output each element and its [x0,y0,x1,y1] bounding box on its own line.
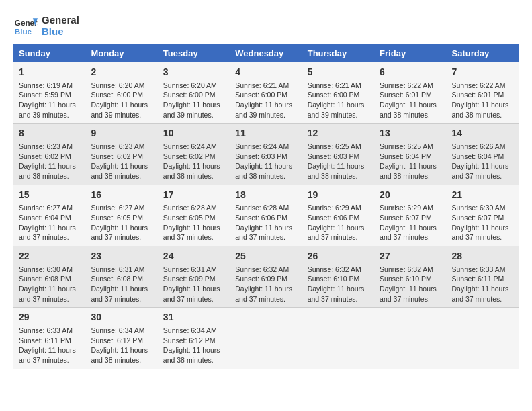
day-number: 18 [235,189,296,202]
calendar-day-19: 19Sunrise: 6:29 AMSunset: 6:06 PMDayligh… [302,185,374,246]
calendar-week-5: 29Sunrise: 6:33 AMSunset: 6:11 PMDayligh… [13,308,519,369]
daylight: Daylight: 11 hours and 38 minutes. [235,162,292,180]
calendar-day-20: 20Sunrise: 6:29 AMSunset: 6:07 PMDayligh… [374,185,446,246]
calendar-day-8: 8Sunrise: 6:23 AMSunset: 6:02 PMDaylight… [13,124,85,185]
sunrise: Sunrise: 6:23 AM [91,142,144,150]
sunrise: Sunrise: 6:30 AM [452,203,506,212]
sunset: Sunset: 6:06 PM [235,214,287,222]
day-number: 31 [163,311,224,324]
calendar-day-1: 1Sunrise: 6:19 AMSunset: 5:59 PMDaylight… [13,62,85,124]
calendar-day-4: 4Sunrise: 6:21 AMSunset: 6:00 PMDaylight… [230,62,302,124]
logo-icon: General Blue [13,13,38,38]
day-number: 20 [380,189,441,202]
sunset: Sunset: 6:05 PM [163,214,216,222]
sunrise: Sunrise: 6:22 AM [452,81,506,89]
sunrise: Sunrise: 6:21 AM [235,81,289,89]
sunset: Sunset: 6:05 PM [91,214,143,222]
day-number: 2 [91,66,152,79]
day-number: 23 [91,250,152,263]
daylight: Daylight: 11 hours and 39 minutes. [163,101,220,119]
sunrise: Sunrise: 6:19 AM [19,81,73,89]
sunset: Sunset: 6:04 PM [380,152,432,161]
empty-cell [230,308,302,369]
logo-general: General [42,14,79,26]
daylight: Daylight: 11 hours and 37 minutes. [91,224,148,242]
calendar-week-1: 1Sunrise: 6:19 AMSunset: 5:59 PMDaylight… [13,62,519,124]
header-sunday: Sunday [13,44,85,62]
sunrise: Sunrise: 6:32 AM [308,265,361,273]
daylight: Daylight: 11 hours and 37 minutes. [380,224,437,242]
calendar-day-18: 18Sunrise: 6:28 AMSunset: 6:06 PMDayligh… [230,185,302,246]
daylight: Daylight: 11 hours and 37 minutes. [380,285,437,303]
sunrise: Sunrise: 6:24 AM [163,142,217,150]
daylight: Daylight: 11 hours and 37 minutes. [452,285,509,303]
calendar-week-2: 8Sunrise: 6:23 AMSunset: 6:02 PMDaylight… [13,124,519,185]
calendar-day-5: 5Sunrise: 6:21 AMSunset: 6:00 PMDaylight… [302,62,374,124]
day-number: 26 [308,250,369,263]
calendar-day-11: 11Sunrise: 6:24 AMSunset: 6:03 PMDayligh… [230,124,302,185]
sunrise: Sunrise: 6:33 AM [452,265,506,273]
calendar-day-7: 7Sunrise: 6:22 AMSunset: 6:01 PMDaylight… [447,62,519,124]
sunset: Sunset: 6:07 PM [452,214,504,222]
sunrise: Sunrise: 6:31 AM [163,265,217,273]
daylight: Daylight: 11 hours and 37 minutes. [19,224,76,242]
day-number: 6 [380,66,441,79]
day-number: 10 [163,127,224,140]
day-number: 13 [380,127,441,140]
sunset: Sunset: 6:00 PM [163,91,216,99]
sunset: Sunset: 6:01 PM [380,91,432,99]
header-friday: Friday [374,44,446,62]
sunset: Sunset: 6:10 PM [380,275,432,283]
logo: General Blue General Blue [13,13,79,38]
sunset: Sunset: 6:06 PM [308,214,360,222]
calendar-day-23: 23Sunrise: 6:31 AMSunset: 6:08 PMDayligh… [85,246,157,308]
sunset: Sunset: 6:00 PM [235,91,287,99]
sunset: Sunset: 6:08 PM [91,275,143,283]
sunset: Sunset: 6:12 PM [163,336,216,345]
calendar-day-27: 27Sunrise: 6:32 AMSunset: 6:10 PMDayligh… [374,246,446,308]
calendar-day-21: 21Sunrise: 6:30 AMSunset: 6:07 PMDayligh… [447,185,519,246]
day-number: 27 [380,250,441,263]
daylight: Daylight: 11 hours and 37 minutes. [452,224,509,242]
daylight: Daylight: 11 hours and 38 minutes. [163,162,220,180]
day-number: 3 [163,66,224,79]
day-number: 22 [19,250,80,263]
calendar-table: SundayMondayTuesdayWednesdayThursdayFrid… [13,44,519,369]
sunrise: Sunrise: 6:33 AM [19,326,73,334]
calendar-day-12: 12Sunrise: 6:25 AMSunset: 6:03 PMDayligh… [302,124,374,185]
sunrise: Sunrise: 6:30 AM [19,265,73,273]
header-monday: Monday [85,44,157,62]
sunset: Sunset: 6:09 PM [163,275,216,283]
daylight: Daylight: 11 hours and 38 minutes. [452,101,509,119]
calendar-day-24: 24Sunrise: 6:31 AMSunset: 6:09 PMDayligh… [158,246,230,308]
sunset: Sunset: 6:02 PM [91,152,143,161]
page-header: General Blue General Blue [13,13,519,38]
day-number: 21 [452,189,513,202]
day-number: 12 [308,127,369,140]
sunrise: Sunrise: 6:34 AM [163,326,217,334]
daylight: Daylight: 11 hours and 37 minutes. [235,224,292,242]
calendar-day-10: 10Sunrise: 6:24 AMSunset: 6:02 PMDayligh… [158,124,230,185]
sunrise: Sunrise: 6:31 AM [91,265,144,273]
day-number: 11 [235,127,296,140]
sunrise: Sunrise: 6:26 AM [452,142,506,150]
sunrise: Sunrise: 6:27 AM [91,203,144,212]
calendar-day-28: 28Sunrise: 6:33 AMSunset: 6:11 PMDayligh… [447,246,519,308]
sunset: Sunset: 6:02 PM [19,152,71,161]
calendar-day-13: 13Sunrise: 6:25 AMSunset: 6:04 PMDayligh… [374,124,446,185]
sunrise: Sunrise: 6:32 AM [380,265,433,273]
daylight: Daylight: 11 hours and 37 minutes. [91,285,148,303]
header-thursday: Thursday [302,44,374,62]
day-number: 24 [163,250,224,263]
empty-cell [302,308,374,369]
daylight: Daylight: 11 hours and 39 minutes. [91,101,148,119]
day-number: 14 [452,127,513,140]
daylight: Daylight: 11 hours and 37 minutes. [163,224,220,242]
day-number: 17 [163,189,224,202]
logo-blue: Blue [42,26,64,37]
daylight: Daylight: 11 hours and 39 minutes. [308,101,365,119]
sunrise: Sunrise: 6:21 AM [308,81,361,89]
sunrise: Sunrise: 6:28 AM [235,203,289,212]
sunset: Sunset: 6:04 PM [19,214,71,222]
day-number: 16 [91,189,152,202]
